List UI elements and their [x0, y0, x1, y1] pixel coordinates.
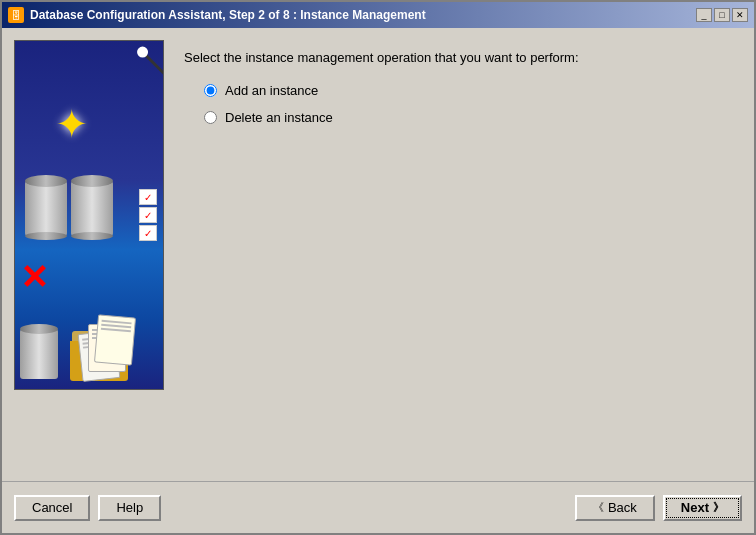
back-label: Back: [608, 500, 637, 515]
right-panel: Select the instance management operation…: [184, 40, 742, 469]
delete-instance-option[interactable]: Delete an instance: [204, 110, 742, 125]
footer-right-buttons: 《 Back Next 》: [575, 495, 742, 521]
delete-instance-radio[interactable]: [204, 111, 217, 124]
next-arrow-icon: 》: [713, 500, 724, 515]
check-badge-1: ✓: [139, 189, 157, 205]
title-bar: 🗄 Database Configuration Assistant, Step…: [2, 2, 754, 28]
cylinder-icon-1: [25, 181, 67, 236]
footer-left-buttons: Cancel Help: [14, 495, 161, 521]
illustration-panel: ✦ ✓ ✓ ✓ ✕: [14, 40, 164, 390]
check-badge-3: ✓: [139, 225, 157, 241]
check-badge-2: ✓: [139, 207, 157, 223]
main-window: 🗄 Database Configuration Assistant, Step…: [0, 0, 756, 535]
radio-group: Add an instance Delete an instance: [204, 83, 742, 125]
app-icon: 🗄: [8, 7, 24, 23]
cylinder-group-add: [25, 181, 113, 236]
delete-instance-label: Delete an instance: [225, 110, 333, 125]
title-bar-left: 🗄 Database Configuration Assistant, Step…: [8, 7, 426, 23]
cancel-button[interactable]: Cancel: [14, 495, 90, 521]
title-controls: _ □ ✕: [696, 8, 748, 22]
wand-icon: [140, 50, 164, 95]
next-button[interactable]: Next 》: [663, 495, 742, 521]
back-button[interactable]: 《 Back: [575, 495, 655, 521]
back-arrow-icon: 《: [593, 500, 604, 515]
window-title: Database Configuration Assistant, Step 2…: [30, 8, 426, 22]
next-label: Next: [681, 500, 709, 515]
minimize-button[interactable]: _: [696, 8, 712, 22]
add-instance-radio[interactable]: [204, 84, 217, 97]
add-instance-option[interactable]: Add an instance: [204, 83, 742, 98]
documents-icon: [80, 314, 140, 384]
cylinder-icon-2: [71, 181, 113, 236]
window-body: ✦ ✓ ✓ ✓ ✕: [2, 28, 754, 481]
cylinder-icon-small: [20, 329, 58, 379]
delete-x-icon: ✕: [20, 260, 48, 294]
close-button[interactable]: ✕: [732, 8, 748, 22]
starburst-icon: ✦: [55, 101, 89, 147]
maximize-button[interactable]: □: [714, 8, 730, 22]
content-area: ✦ ✓ ✓ ✓ ✕: [14, 40, 742, 469]
help-button[interactable]: Help: [98, 495, 161, 521]
add-instance-label: Add an instance: [225, 83, 318, 98]
footer: Cancel Help 《 Back Next 》: [2, 481, 754, 533]
instruction-text: Select the instance management operation…: [184, 50, 742, 65]
